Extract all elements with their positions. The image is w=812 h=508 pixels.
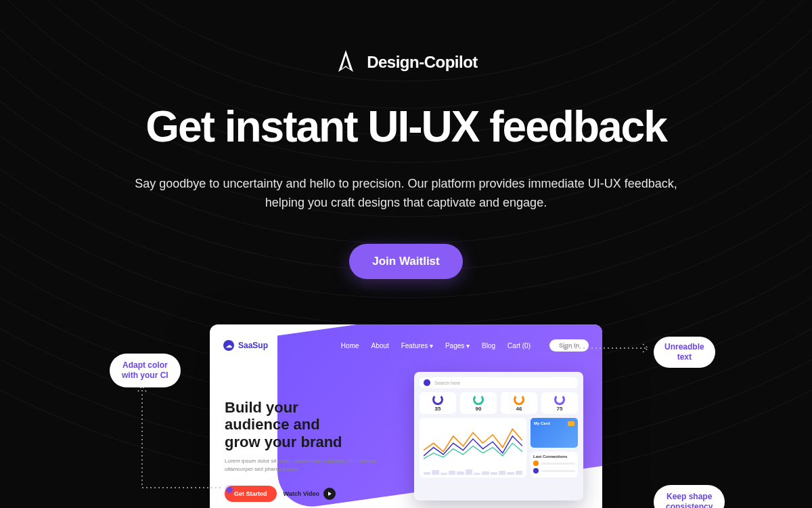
mock-gauge: 90 (460, 392, 497, 414)
mock-watch-video-label: Watch Video (284, 490, 320, 497)
mock-search-bar: Search here (420, 377, 578, 388)
mock-nav-home: Home (341, 342, 359, 350)
cloud-upload-icon: ☁ (223, 340, 234, 351)
mock-get-started-button: Get Started (225, 486, 277, 502)
mock-menu: Home About Features ▾ Pages ▾ Blog Cart … (341, 342, 531, 350)
mock-hero-lorem: Lorem ipsum dolor sit amet, consectetur … (225, 457, 380, 473)
join-waitlist-button[interactable]: Join Waitlist (349, 244, 463, 279)
mock-dashboard: Search here 35 90 46 75 (414, 372, 583, 501)
mock-last-connections: Last Connections (531, 452, 578, 478)
callout-connector (563, 341, 658, 355)
callout-shape-consistency: Keep shape consistency (654, 485, 725, 508)
callout-connector (135, 386, 230, 501)
svg-point-16 (564, 346, 568, 350)
mock-nav-cart: Cart (0) (508, 342, 531, 350)
product-screenshot: ☁ SaaSup Home About Features ▾ Pages ▾ B… (210, 324, 602, 508)
mock-nav-features: Features ▾ (401, 342, 433, 350)
mock-gauge: 75 (541, 392, 578, 414)
callout-unreadable-text: Unreadble text (654, 337, 715, 368)
mock-navbar: ☁ SaaSup Home About Features ▾ Pages ▾ B… (223, 339, 589, 352)
play-icon (323, 488, 336, 500)
mock-gauge: 35 (420, 392, 456, 414)
hero-subhead: Say goodbye to uncertainty and hello to … (115, 175, 697, 213)
mock-brand: ☁ SaaSup (223, 340, 268, 351)
mock-hero-title: Build your audience and grow your brand (225, 399, 380, 450)
mock-nav-blog: Blog (482, 342, 495, 350)
callout-adapt-color: Adapt color with your CI (110, 354, 181, 387)
mock-gauge: 46 (501, 392, 537, 414)
mock-credit-card: My Card (531, 418, 578, 448)
mock-watch-video-button: Watch Video (284, 488, 336, 500)
logo-icon (334, 49, 357, 76)
mock-search-placeholder: Search here (434, 381, 460, 385)
mock-brand-name: SaaSup (238, 341, 268, 350)
mock-nav-pages: Pages ▾ (445, 342, 470, 350)
cloud-icon (424, 379, 430, 386)
mock-nav-about: About (371, 342, 389, 350)
hero-headline: Get instant UI-UX feedback (145, 102, 667, 152)
mock-line-chart (420, 418, 526, 478)
brand-name: Design-Copilot (367, 53, 478, 72)
brand-lockup: Design-Copilot (334, 49, 478, 76)
